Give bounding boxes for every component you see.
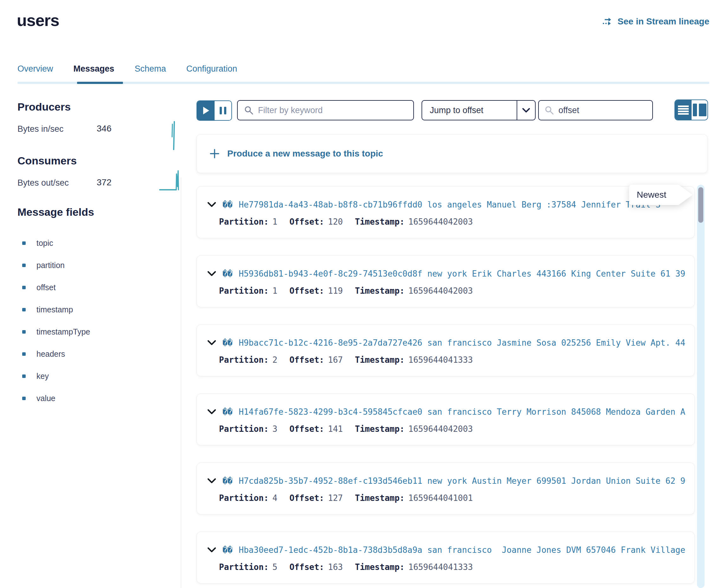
- message-key-glyphs: ��: [223, 269, 232, 278]
- message-summary-row: �� H5936db81-b943-4e0f-8c29-74513e0c0d8f…: [207, 269, 686, 278]
- message-row[interactable]: �� Hba30eed7-1edc-452b-8b1a-738d3b5d8a9a…: [197, 532, 695, 584]
- select-chevron-segment[interactable]: [517, 101, 535, 120]
- message-meta-row: Partition:2 Offset:167 Timestamp:1659644…: [219, 355, 473, 365]
- message-summary: H5936db81-b943-4e0f-8c29-74513e0c0d8f ne…: [239, 269, 686, 278]
- expand-chevron-icon[interactable]: [207, 409, 216, 415]
- timestamp-value: 1659644042003: [408, 217, 473, 227]
- timestamp-value: 1659644042003: [408, 424, 473, 434]
- partition-meta: Partition:3: [219, 424, 277, 434]
- message-list-scrollbar-thumb[interactable]: [698, 187, 703, 223]
- partition-value: 3: [273, 424, 277, 434]
- bytes-in-value: 346: [97, 124, 111, 134]
- field-bullet-icon: [22, 286, 26, 289]
- timestamp-meta: Timestamp:1659644041001: [355, 493, 473, 503]
- offset-value: 141: [328, 424, 343, 434]
- produce-message-button[interactable]: Produce a new message to this topic: [197, 134, 707, 173]
- offset-meta: Offset:141: [289, 424, 343, 434]
- message-summary: He77981da-4a43-48ab-b8f8-cb71b96ffdd0 lo…: [239, 200, 661, 209]
- page-title: users: [17, 11, 59, 30]
- partition-meta: Partition:2: [219, 355, 277, 365]
- partition-meta: Partition:4: [219, 493, 277, 503]
- field-label: timestamp: [37, 305, 73, 314]
- expand-chevron-icon[interactable]: [207, 547, 216, 553]
- tab-schema[interactable]: Schema: [135, 64, 166, 80]
- message-meta-row: Partition:3 Offset:141 Timestamp:1659644…: [219, 424, 473, 434]
- expand-chevron-icon[interactable]: [207, 202, 216, 208]
- consumers-heading: Consumers: [17, 154, 77, 167]
- view-mode-toggle: [675, 100, 708, 120]
- expand-chevron-icon[interactable]: [207, 478, 216, 484]
- search-icon: [544, 105, 554, 115]
- message-key-glyphs: ��: [223, 407, 232, 417]
- message-summary-row: �� Hba30eed7-1edc-452b-8b1a-738d3b5d8a9a…: [207, 545, 686, 555]
- offset-meta: Offset:120: [289, 217, 343, 227]
- timestamp-meta: Timestamp:1659644042003: [355, 217, 473, 227]
- play-button[interactable]: [197, 101, 214, 120]
- column-view-icon: [693, 104, 697, 116]
- see-in-stream-lineage-link[interactable]: See in Stream lineage: [602, 17, 709, 27]
- message-summary: H14fa67fe-5823-4299-b3c4-595845cfcae0 sa…: [239, 407, 686, 417]
- message-summary: H7cda825b-35b7-4952-88ef-c193d546eb11 ne…: [239, 476, 686, 486]
- list-view-icon: [678, 105, 689, 115]
- offset-value: 163: [328, 562, 343, 572]
- partition-value: 5: [273, 562, 277, 572]
- jump-to-offset-select[interactable]: Jump to offset: [421, 100, 536, 120]
- tab-messages[interactable]: Messages: [74, 64, 115, 80]
- offset-meta: Offset:167: [289, 355, 343, 365]
- newest-tooltip-label: Newest: [629, 185, 693, 205]
- offset-meta: Offset:163: [289, 562, 343, 572]
- message-field-item[interactable]: headers: [22, 343, 90, 365]
- expand-chevron-icon[interactable]: [207, 340, 216, 345]
- message-row[interactable]: �� H5936db81-b943-4e0f-8c29-74513e0c0d8f…: [197, 255, 695, 307]
- pause-button[interactable]: [214, 101, 231, 120]
- message-field-item[interactable]: timestampType: [22, 321, 90, 343]
- message-field-item[interactable]: topic: [22, 232, 90, 254]
- message-field-item[interactable]: key: [22, 365, 90, 387]
- message-row[interactable]: �� He77981da-4a43-48ab-b8f8-cb71b96ffdd0…: [197, 186, 695, 238]
- keyword-filter-input[interactable]: [258, 105, 407, 115]
- message-row[interactable]: �� H7cda825b-35b7-4952-88ef-c193d546eb11…: [197, 463, 695, 514]
- field-label: key: [37, 372, 49, 381]
- pause-icon: [220, 107, 222, 114]
- offset-meta: Offset:119: [289, 286, 343, 296]
- bytes-in-label: Bytes in/sec: [17, 124, 64, 134]
- topic-tabs: Overview Messages Schema Configuration: [17, 64, 237, 80]
- list-view-button[interactable]: [675, 100, 692, 120]
- partition-meta: Partition:1: [219, 217, 277, 227]
- message-summary-row: �� H7cda825b-35b7-4952-88ef-c193d546eb11…: [207, 476, 686, 486]
- column-view-button[interactable]: [692, 100, 707, 120]
- scroll-position-tooltip: Newest: [629, 185, 693, 205]
- offset-search-field: [538, 100, 653, 120]
- message-field-item[interactable]: value: [22, 387, 90, 409]
- keyword-filter-field: [237, 100, 414, 120]
- message-summary: H9bacc71c-b12c-4216-8e95-2a7da727e426 sa…: [239, 338, 686, 348]
- field-label: partition: [37, 261, 65, 270]
- field-bullet-icon: [22, 308, 26, 311]
- offset-value: 120: [328, 217, 343, 227]
- message-meta-row: Partition:5 Offset:163 Timestamp:1659644…: [219, 562, 473, 572]
- offset-value: 119: [328, 286, 343, 296]
- message-field-item[interactable]: partition: [22, 254, 90, 276]
- field-bullet-icon: [22, 375, 26, 378]
- message-key-glyphs: ��: [223, 476, 232, 486]
- sidebar-divider: [181, 177, 181, 588]
- tab-configuration[interactable]: Configuration: [186, 64, 238, 80]
- jump-to-offset-value: Jump to offset: [422, 101, 517, 120]
- field-label: value: [37, 394, 56, 403]
- offset-search-input[interactable]: [558, 105, 671, 115]
- field-bullet-icon: [22, 241, 26, 245]
- partition-value: 1: [273, 217, 277, 227]
- field-label: headers: [37, 350, 65, 359]
- producers-heading: Producers: [17, 101, 71, 113]
- message-field-item[interactable]: offset: [22, 276, 90, 298]
- bytes-out-value: 372: [97, 177, 111, 188]
- field-bullet-icon: [22, 264, 26, 267]
- tab-overview[interactable]: Overview: [17, 64, 53, 80]
- message-fields-list: topic partition offset timestamp timesta…: [22, 232, 90, 409]
- message-meta-row: Partition:4 Offset:127 Timestamp:1659644…: [219, 493, 473, 503]
- message-row[interactable]: �� H14fa67fe-5823-4299-b3c4-595845cfcae0…: [197, 394, 695, 445]
- expand-chevron-icon[interactable]: [207, 271, 216, 277]
- message-field-item[interactable]: timestamp: [22, 298, 90, 321]
- message-row[interactable]: �� H9bacc71c-b12c-4216-8e95-2a7da727e426…: [197, 324, 695, 376]
- message-list-scrollbar-track[interactable]: [697, 185, 705, 588]
